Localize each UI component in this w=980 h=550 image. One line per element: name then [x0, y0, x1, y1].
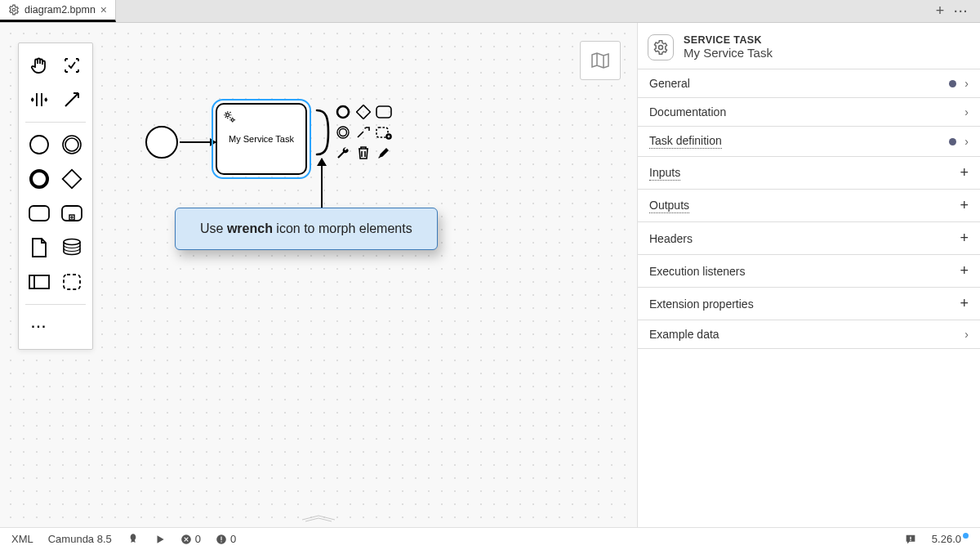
subprocess-tool[interactable] [56, 198, 87, 229]
intermediate-event-tool[interactable] [56, 129, 87, 160]
hint-tooltip: Use wrench icon to morph elements [175, 208, 438, 250]
svg-rect-5 [63, 170, 82, 189]
space-tool[interactable] [24, 84, 55, 115]
properties-panel: SERVICE TASK My Service Task General › D… [637, 23, 980, 527]
feedback-button[interactable] [904, 533, 917, 546]
diagram-canvas[interactable]: ··· My Service Task [0, 23, 637, 527]
minimap-toggle[interactable] [580, 41, 621, 80]
delete-icon[interactable] [354, 144, 372, 162]
wrench-icon[interactable] [334, 144, 352, 162]
section-documentation[interactable]: Documentation › [638, 97, 980, 126]
context-pad [314, 103, 393, 162]
section-example-data[interactable]: Example data › [638, 320, 980, 349]
svg-point-14 [231, 118, 234, 121]
append-task-icon[interactable] [375, 103, 393, 121]
svg-rect-28 [910, 539, 911, 540]
run-button[interactable] [154, 534, 166, 545]
bpmn-service-task[interactable]: My Service Task [216, 103, 307, 175]
tab-active[interactable]: diagram2.bpmn × [0, 0, 116, 22]
svg-rect-17 [376, 106, 391, 118]
end-event-tool[interactable] [24, 163, 55, 195]
append-flow-icon[interactable] [314, 103, 332, 162]
panel-drag-handle[interactable] [294, 514, 343, 522]
element-name-label: My Service Task [684, 46, 773, 60]
gear-icon [8, 4, 20, 16]
pool-tool[interactable] [24, 266, 55, 297]
chevron-right-icon: › [964, 77, 969, 90]
section-label: Task definition [649, 134, 722, 149]
plus-icon[interactable]: + [960, 295, 969, 312]
platform-label[interactable]: Camunda 8.5 [48, 533, 112, 545]
svg-point-3 [65, 138, 78, 151]
append-gateway-icon[interactable] [354, 103, 372, 121]
plus-icon[interactable]: + [960, 230, 969, 247]
append-element-icon[interactable] [375, 123, 393, 141]
section-task-definition[interactable]: Task definition › [638, 126, 980, 156]
warnings-count[interactable]: 0 [216, 533, 236, 545]
svg-point-15 [337, 106, 349, 118]
more-icon[interactable]: ··· [954, 5, 969, 18]
section-label: General [649, 77, 690, 90]
section-label: Inputs [649, 166, 680, 181]
plus-icon[interactable]: + [960, 197, 969, 214]
chevron-right-icon: › [964, 105, 969, 118]
tab-bar: diagram2.bpmn × + ··· [0, 0, 980, 23]
indicator-dot [949, 138, 956, 145]
svg-point-13 [226, 114, 229, 117]
bpmn-sequence-flow[interactable] [180, 141, 216, 143]
group-tool[interactable] [56, 266, 87, 297]
connect-tool[interactable] [56, 84, 87, 115]
svg-rect-10 [29, 275, 49, 288]
status-bar: XML Camunda 8.5 0 0 5.26.0 [0, 527, 980, 550]
warnings-number: 0 [230, 533, 236, 545]
tool-palette: ··· [18, 42, 93, 350]
section-label: Headers [649, 232, 693, 245]
version-number: 5.26.0 [932, 533, 961, 545]
data-store-tool[interactable] [56, 232, 87, 263]
section-label: Execution listeners [649, 265, 746, 278]
start-event-tool[interactable] [24, 129, 55, 160]
bpmn-start-event[interactable] [145, 126, 178, 159]
element-type-label: SERVICE TASK [684, 34, 773, 46]
section-inputs[interactable]: Inputs + [638, 156, 980, 189]
plus-icon[interactable]: + [960, 164, 969, 181]
section-label: Extension properties [649, 297, 754, 311]
chevron-right-icon: › [964, 328, 969, 341]
lasso-tool[interactable] [56, 50, 87, 81]
new-tab-button[interactable]: + [936, 2, 945, 20]
panel-header: SERVICE TASK My Service Task [638, 23, 980, 69]
color-icon[interactable] [375, 144, 393, 162]
section-outputs[interactable]: Outputs + [638, 189, 980, 221]
svg-point-1 [30, 136, 48, 154]
close-icon[interactable]: × [100, 3, 107, 16]
annotation-icon[interactable] [354, 123, 372, 141]
hand-tool[interactable] [24, 50, 55, 81]
tab-label: diagram2.bpmn [24, 4, 96, 16]
more-tools[interactable]: ··· [24, 311, 55, 342]
version-label[interactable]: 5.26.0 [932, 533, 969, 545]
section-headers[interactable]: Headers + [638, 221, 980, 254]
section-general[interactable]: General › [638, 69, 980, 97]
section-label: Outputs [649, 199, 689, 213]
deploy-button[interactable] [127, 533, 140, 546]
errors-count[interactable]: 0 [180, 533, 201, 545]
plus-icon[interactable]: + [960, 262, 969, 279]
task-tool[interactable] [24, 198, 55, 229]
append-end-event-icon[interactable] [334, 103, 352, 121]
section-extension-properties[interactable]: Extension properties + [638, 287, 980, 320]
section-execution-listeners[interactable]: Execution listeners + [638, 254, 980, 287]
data-object-tool[interactable] [24, 232, 55, 263]
svg-point-22 [659, 46, 663, 50]
gateway-tool[interactable] [56, 163, 87, 195]
svg-point-4 [31, 171, 47, 187]
svg-rect-16 [357, 105, 371, 119]
svg-point-9 [64, 239, 80, 245]
indicator-dot [949, 80, 956, 87]
xml-toggle[interactable]: XML [11, 533, 33, 545]
svg-point-0 [12, 8, 16, 11]
append-intermediate-event-icon[interactable] [334, 123, 352, 141]
section-label: Example data [649, 328, 719, 341]
gear-icon [648, 34, 674, 60]
svg-point-19 [340, 129, 347, 136]
task-label: My Service Task [222, 133, 301, 145]
